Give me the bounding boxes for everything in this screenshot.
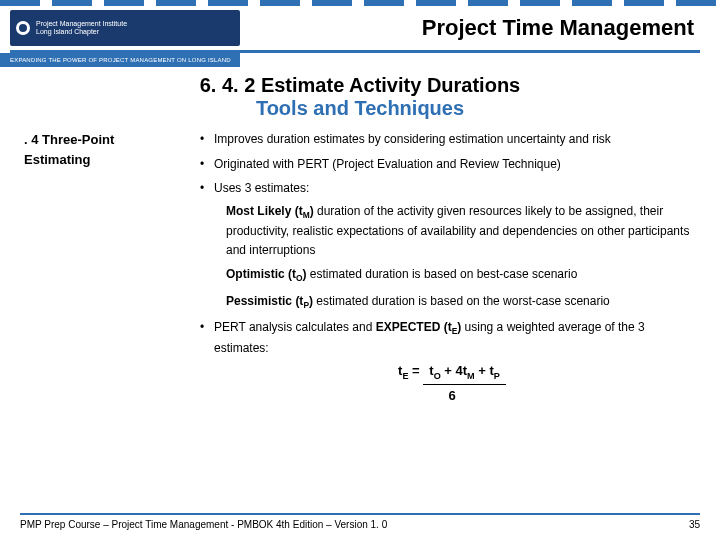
header: Project Management Institute Long Island…	[0, 6, 720, 48]
bullet-1: Improves duration estimates by consideri…	[200, 130, 690, 149]
logo-tagline: EXPANDING THE POWER OF PROJECT MANAGEMEN…	[0, 53, 240, 67]
pmi-logo: Project Management Institute Long Island…	[10, 10, 240, 46]
footer: PMP Prep Course – Project Time Managemen…	[0, 513, 720, 530]
estimate-pessimistic: Pessimistic (tP) estimated duration is b…	[226, 292, 690, 312]
bullet-3-text: Uses 3 estimates:	[214, 181, 309, 195]
footer-text: PMP Prep Course – Project Time Managemen…	[20, 519, 387, 530]
section-label: Three-Point Estimating	[24, 132, 114, 167]
page-number: 35	[689, 519, 700, 530]
pmi-logo-text: Project Management Institute Long Island…	[36, 20, 127, 35]
slide-subtitle2: Tools and Techniques	[0, 97, 720, 120]
content: Improves duration estimates by consideri…	[200, 130, 690, 412]
section-num: . 4	[24, 132, 38, 147]
slide-title: Project Time Management	[240, 15, 700, 41]
bullet-2: Originated with PERT (Project Evaluation…	[200, 155, 690, 174]
bullet-4: PERT analysis calculates and EXPECTED (t…	[200, 318, 690, 406]
estimates-block: Most Likely (tM) duration of the activit…	[226, 202, 690, 312]
pert-formula: tE = tO + 4tM + tP 6	[214, 361, 690, 406]
pmi-logo-icon	[16, 21, 30, 35]
slide-subtitle: 6. 4. 2 Estimate Activity Durations	[0, 73, 720, 97]
body: . 4 Three-Point Estimating Improves dura…	[0, 120, 720, 412]
formula-denominator: 6	[214, 386, 690, 406]
estimate-most-likely: Most Likely (tM) duration of the activit…	[226, 202, 690, 260]
logo-line1: Project Management Institute	[36, 20, 127, 28]
slide: Project Management Institute Long Island…	[0, 0, 720, 540]
logo-line2: Long Island Chapter	[36, 28, 127, 36]
bullet-3: Uses 3 estimates: Most Likely (tM) durat…	[200, 179, 690, 312]
section-heading: . 4 Three-Point Estimating	[24, 130, 184, 412]
estimate-optimistic: Optimistic (tO) estimated duration is ba…	[226, 265, 690, 285]
footer-rule	[20, 513, 700, 515]
